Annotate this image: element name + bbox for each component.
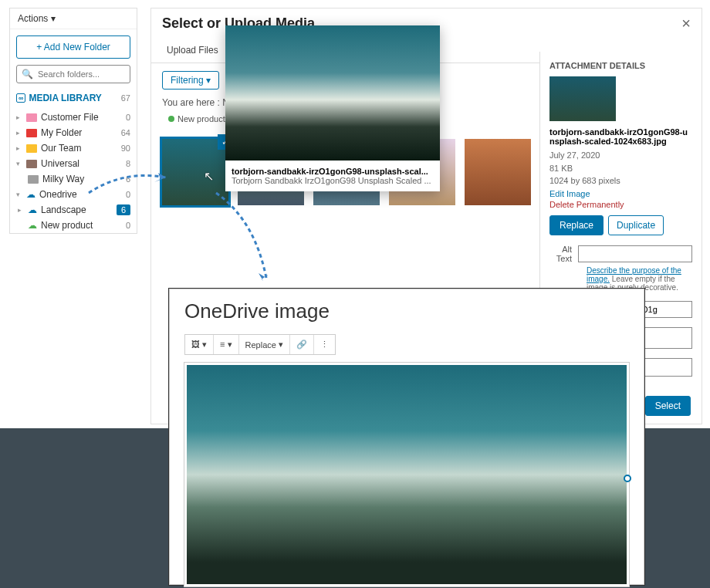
add-folder-button[interactable]: + Add New Folder xyxy=(16,35,130,59)
tree-item-count: 8 xyxy=(118,159,130,168)
more-icon[interactable]: ⋮ xyxy=(314,335,335,354)
folder-search[interactable]: 🔍 xyxy=(16,65,130,83)
tree-item-label: Onedrive xyxy=(39,189,114,200)
folder-icon xyxy=(28,175,39,184)
tree-item-count: 64 xyxy=(118,128,130,137)
filtering-button[interactable]: Filtering ▾ xyxy=(162,71,219,90)
tree-item-label: New product xyxy=(41,220,114,231)
library-icon: ∞ xyxy=(16,93,25,103)
media-thumb[interactable] xyxy=(465,139,531,205)
tree-item-our-team[interactable]: ▸Our Team90 xyxy=(10,140,137,156)
chevron-down-icon: ▾ xyxy=(51,13,56,24)
tree-item-label: Universal xyxy=(41,158,114,169)
cloud-icon: ☁ xyxy=(28,204,37,215)
replace-dropdown[interactable]: Replace ▾ xyxy=(239,335,290,354)
tree-item-count: 0 xyxy=(118,190,130,199)
chevron-icon: ▸ xyxy=(16,129,22,137)
edit-image-link[interactable]: Edit Image xyxy=(549,189,692,198)
tree-item-onedrive[interactable]: ▾☁Onedrive0 xyxy=(10,187,137,202)
tree-item-universal[interactable]: ▾Universal8 xyxy=(10,156,137,171)
alt-text-label: Alt Text xyxy=(549,245,572,263)
link-icon[interactable]: 🔗 xyxy=(290,335,314,354)
chevron-icon: ▾ xyxy=(16,191,22,198)
details-heading: ATTACHMENT DETAILS xyxy=(549,61,692,70)
library-header[interactable]: ∞ MEDIA LIBRARY 67 xyxy=(16,90,130,106)
tree-item-customer-file[interactable]: ▸Customer File0 xyxy=(10,110,137,125)
editor-toolbar: 🖼 ▾ ≡ ▾ Replace ▾ 🔗 ⋮ xyxy=(184,334,336,355)
details-thumbnail xyxy=(549,76,616,121)
resize-handle[interactable] xyxy=(624,475,631,482)
preview-title: torbjorn-sandbakk-irzO1gonG98-unsplash-s… xyxy=(232,167,434,176)
library-count: 67 xyxy=(121,93,130,103)
tree-item-count: 0 xyxy=(118,113,130,122)
tree-item-label: Landscape xyxy=(41,204,113,215)
tree-item-count: 0 xyxy=(118,221,130,230)
editor-title: OneDrive image xyxy=(169,289,644,334)
tree-item-count: 6 xyxy=(117,204,130,215)
tree-item-label: Milky Way xyxy=(42,174,114,184)
chevron-icon: ▸ xyxy=(18,206,24,214)
image-block-icon[interactable]: 🖼 ▾ xyxy=(185,335,214,354)
preview-subtitle: Torbjorn Sandbakk IrzO1gonG98 Unsplash S… xyxy=(232,176,434,185)
cloud-icon: ☁ xyxy=(28,220,37,231)
folder-icon xyxy=(26,113,37,122)
close-button[interactable]: × xyxy=(681,15,691,32)
editor-image[interactable] xyxy=(184,363,629,586)
tree-item-count: 6 xyxy=(118,174,130,184)
block-editor: OneDrive image 🖼 ▾ ≡ ▾ Replace ▾ 🔗 ⋮ xyxy=(168,288,645,586)
tree-item-label: Our Team xyxy=(41,143,114,154)
media-thumb[interactable] xyxy=(162,139,228,205)
folder-pill[interactable]: New product xyxy=(162,113,232,125)
plus-icon: + xyxy=(36,42,42,52)
preview-image xyxy=(225,25,440,161)
folder-search-input[interactable] xyxy=(38,69,125,79)
tree-item-label: Customer File xyxy=(41,112,114,123)
cloud-icon: ☁ xyxy=(26,189,36,200)
duplicate-button[interactable]: Duplicate xyxy=(608,215,664,235)
delete-link[interactable]: Delete Permanently xyxy=(549,200,692,209)
alt-text-input[interactable] xyxy=(578,245,692,262)
sidebar: Actions▾ + Add New Folder 🔍 ∞ MEDIA LIBR… xyxy=(9,8,137,234)
chevron-icon: ▸ xyxy=(16,113,22,121)
search-icon: 🔍 xyxy=(22,69,33,79)
chevron-icon: ▸ xyxy=(16,144,22,152)
chevron-icon: ▾ xyxy=(16,160,22,167)
tree-item-count: 90 xyxy=(118,144,130,153)
folder-icon xyxy=(26,129,37,137)
folder-icon xyxy=(26,160,37,168)
actions-dropdown[interactable]: Actions▾ xyxy=(10,8,137,29)
align-icon[interactable]: ≡ ▾ xyxy=(214,335,238,354)
tree-item-my-folder[interactable]: ▸My Folder64 xyxy=(10,125,137,140)
tree-item-label: My Folder xyxy=(41,127,114,138)
details-filename: torbjorn-sandbakk-irzO1gonG98-unsplash-s… xyxy=(549,127,692,146)
tab-upload[interactable]: Upload Files xyxy=(157,39,228,63)
preview-tooltip: torbjorn-sandbakk-irzO1gonG98-unsplash-s… xyxy=(225,25,440,191)
cursor-icon: ↖ xyxy=(204,169,214,184)
tree-item-landscape[interactable]: ▸☁Landscape6 xyxy=(10,202,137,218)
tree-item-new-product[interactable]: ☁New product0 xyxy=(10,218,137,233)
replace-button[interactable]: Replace xyxy=(549,215,604,235)
tree-item-milky-way[interactable]: Milky Way6 xyxy=(10,171,137,187)
details-meta: July 27, 2020 81 KB 1024 by 683 pixels xyxy=(549,149,692,188)
folder-icon xyxy=(26,144,37,153)
select-button[interactable]: Select xyxy=(645,396,691,416)
